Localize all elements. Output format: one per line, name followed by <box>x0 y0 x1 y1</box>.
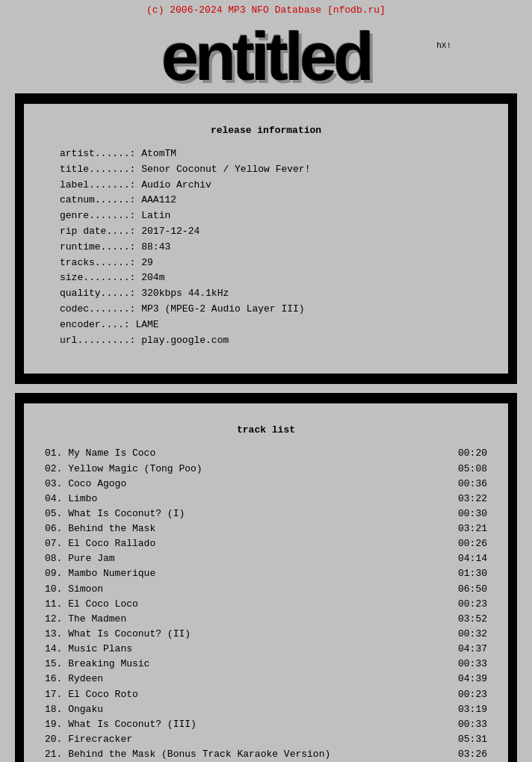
release-field: label.......: Audio Archiv <box>60 178 487 193</box>
field-value: LAME <box>135 319 158 330</box>
field-value: 2017-12-24 <box>141 226 200 237</box>
field-label: codec.......: <box>60 303 135 315</box>
hx-label: hX! <box>436 41 451 50</box>
side-section-1: release information artist......: AtomTM… <box>0 117 532 360</box>
track-duration: 04:39 <box>451 672 487 687</box>
tracklist-section: track list 01. My Name Is Coco00:2002. Y… <box>33 417 499 762</box>
release-field: runtime.....: 88:43 <box>60 240 487 255</box>
corner-row-1 <box>0 104 532 117</box>
track-row: 19. What Is Coconut? (III)00:33 <box>45 717 487 732</box>
track-duration: 00:20 <box>451 446 487 461</box>
track-row: 18. Ongaku03:19 <box>45 702 487 717</box>
tracklist-section-wrapper: track list 01. My Name Is Coco00:2002. Y… <box>0 393 532 762</box>
border-bar-2 <box>15 374 517 384</box>
track-row: 17. El Coco Roto00:23 <box>45 687 487 702</box>
release-field: genre.......: Latin <box>60 208 487 224</box>
track-duration: 03:21 <box>451 521 487 536</box>
track-row: 11. El Coco Loco00:23 <box>45 597 487 612</box>
track-duration: 03:26 <box>451 747 487 762</box>
field-label: title.......: <box>60 164 135 175</box>
field-value: 320kbps 44.1kHz <box>141 288 229 299</box>
track-row: 01. My Name Is Coco00:20 <box>45 446 487 461</box>
track-duration: 00:23 <box>451 597 487 612</box>
release-field: title.......: Senor Coconut / Yellow Fev… <box>60 162 487 178</box>
field-value: Audio Archiv <box>141 179 211 190</box>
field-value: MP3 (MPEG-2 Audio Layer III) <box>141 303 304 315</box>
track-row: 02. Yellow Magic (Tong Poo)05:08 <box>45 462 487 477</box>
track-title: 10. Simoon <box>45 582 451 597</box>
track-title: 20. Firecracker <box>45 732 451 747</box>
track-duration: 00:36 <box>451 477 487 492</box>
field-label: tracks......: <box>60 257 135 268</box>
track-duration: 00:33 <box>451 657 487 672</box>
section-gap-1 <box>0 384 532 393</box>
track-title: 03. Coco Agogo <box>45 477 451 492</box>
track-duration: 00:30 <box>451 507 487 521</box>
field-label: runtime.....: <box>60 241 135 253</box>
release-field: codec.......: MP3 (MPEG-2 Audio Layer II… <box>60 302 487 318</box>
field-value: 29 <box>141 257 153 268</box>
release-field: artist......: AtomTM <box>60 146 487 162</box>
track-title: 19. What Is Coconut? (III) <box>45 717 451 732</box>
track-title: 05. What Is Coconut? (I) <box>45 507 451 521</box>
track-duration: 05:08 <box>451 462 487 477</box>
track-row: 05. What Is Coconut? (I)00:30 <box>45 507 487 521</box>
release-info-section: release information artist......: AtomTM… <box>33 117 499 360</box>
field-label: encoder....: <box>60 319 130 330</box>
track-duration: 03:52 <box>451 612 487 627</box>
track-row: 15. Breaking Music00:33 <box>45 657 487 672</box>
track-row: 04. Limbo03:22 <box>45 492 487 507</box>
track-duration: 04:37 <box>451 642 487 657</box>
field-label: quality.....: <box>60 288 135 299</box>
section-border-top-1: release information artist......: AtomTM… <box>0 93 532 384</box>
track-row: 13. What Is Coconut? (II)00:32 <box>45 627 487 642</box>
field-label: label.......: <box>60 179 135 190</box>
release-info-title: release information <box>45 125 487 136</box>
logo-text: entitled <box>161 23 371 90</box>
track-title: 01. My Name Is Coco <box>45 446 451 461</box>
field-label: size........: <box>60 272 135 283</box>
corner-row-3 <box>0 403 532 417</box>
track-duration: 06:50 <box>451 582 487 597</box>
border-bar-1 <box>15 93 517 104</box>
track-row: 09. Mambo Numerique01:30 <box>45 566 487 581</box>
track-title: 07. El Coco Rallado <box>45 536 451 551</box>
track-title: 17. El Coco Roto <box>45 687 451 702</box>
release-field: catnum......: AAA112 <box>60 193 487 208</box>
track-title: 04. Limbo <box>45 492 451 507</box>
track-duration: 00:26 <box>451 536 487 551</box>
track-title: 02. Yellow Magic (Tong Poo) <box>45 462 451 477</box>
field-value: play.google.com <box>141 335 229 346</box>
field-value: Senor Coconut / Yellow Fever! <box>141 164 310 175</box>
field-label: genre.......: <box>60 210 135 221</box>
track-row: 21. Behind the Mask (Bonus Track Karaoke… <box>45 747 487 762</box>
release-info-table: artist......: AtomTMtitle.......: Senor … <box>45 146 487 348</box>
track-title: 15. Breaking Music <box>45 657 451 672</box>
track-title: 09. Mambo Numerique <box>45 566 451 581</box>
main-wrapper: (c) 2006-2024 MP3 NFO Database [nfodb.ru… <box>0 0 532 762</box>
field-label: rip date....: <box>60 226 135 237</box>
field-value: Latin <box>141 210 170 221</box>
track-row: 08. Pure Jam04:14 <box>45 551 487 566</box>
track-row: 06. Behind the Mask03:21 <box>45 521 487 536</box>
track-row: 20. Firecracker05:31 <box>45 732 487 747</box>
release-field: rip date....: 2017-12-24 <box>60 224 487 240</box>
release-field: size........: 204m <box>60 270 487 286</box>
track-title: 21. Behind the Mask (Bonus Track Karaoke… <box>45 747 451 762</box>
field-label: artist......: <box>60 148 135 159</box>
field-value: 204m <box>141 272 164 283</box>
track-row: 12. The Madmen03:52 <box>45 612 487 627</box>
release-field: url.........: play.google.com <box>60 333 487 349</box>
release-field: tracks......: 29 <box>60 255 487 271</box>
track-row: 14. Music Plans04:37 <box>45 642 487 657</box>
track-title: 18. Ongaku <box>45 702 451 717</box>
logo-area: entitled hX! <box>0 17 532 93</box>
track-row: 10. Simoon06:50 <box>45 582 487 597</box>
field-label: url.........: <box>60 335 135 346</box>
copyright-text: (c) 2006-2024 MP3 NFO Database [nfodb.ru… <box>146 4 386 16</box>
track-duration: 03:19 <box>451 702 487 717</box>
field-value: 88:43 <box>141 241 170 253</box>
track-title: 16. Rydeen <box>45 672 451 687</box>
field-label: catnum......: <box>60 194 135 205</box>
release-field: encoder....: LAME <box>60 318 487 333</box>
